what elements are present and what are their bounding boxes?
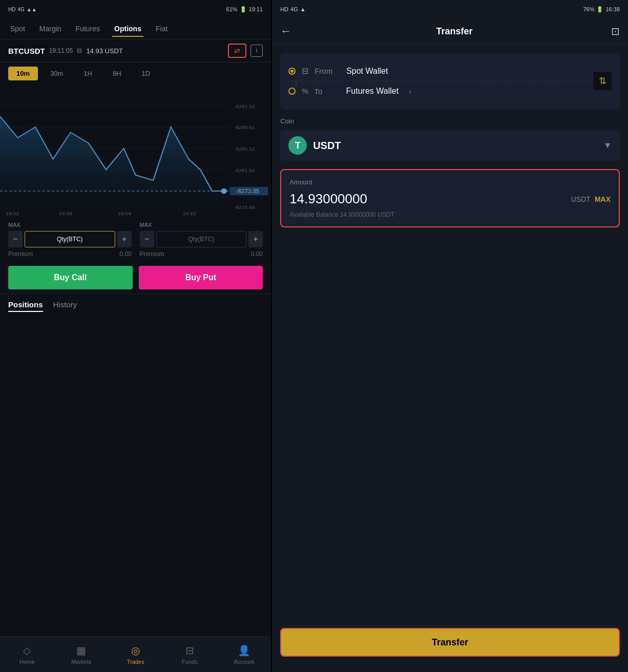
transfer-from-to-section: ⊟ From Spot Wallet % To Futures Wallet ›… [280, 53, 620, 109]
transfer-title: Transfer [298, 26, 611, 37]
svg-text:6285.12: 6285.12 [236, 146, 255, 151]
positions-section: Positions History [0, 293, 271, 315]
to-row: % To Futures Wallet › [288, 81, 612, 101]
qty-plus-left[interactable]: + [117, 231, 132, 247]
bottom-nav-home[interactable]: ◇ Home [0, 637, 54, 672]
order-section: MAX − + Premium 0.00 MAX − + Premium 0.0… [0, 218, 271, 262]
left-status-bar: HD 4G ▲▲ 61% 🔋 19:11 [0, 0, 271, 18]
svg-text:6281.64: 6281.64 [236, 167, 255, 173]
to-wallet-name: Futures Wallet [346, 87, 399, 96]
battery-percent: 61% [226, 6, 238, 12]
ticker-symbol: BTCUSDT [8, 47, 45, 55]
trades-icon: ◎ [131, 644, 140, 657]
tab-options[interactable]: Options [112, 20, 143, 37]
to-wallet-icon: % [302, 87, 308, 95]
max-button[interactable]: MAX [595, 195, 611, 203]
time-tab-1d[interactable]: 1D [134, 67, 159, 80]
qty-row-left: − + [8, 231, 132, 247]
svg-text:6278.15: 6278.15 [236, 189, 255, 194]
battery-icon: 🔋 [240, 6, 247, 13]
svg-text:6288.61: 6288.61 [236, 125, 255, 130]
svg-text:18:52: 18:52 [6, 211, 19, 216]
time-tab-1h[interactable]: 1H [75, 67, 100, 80]
chart-area: 6273.35 6292.10 6288.61 6285.12 6281.64 … [0, 85, 271, 218]
price-chart: 6273.35 6292.10 6288.61 6285.12 6281.64 … [0, 85, 271, 218]
right-status-right: 76% 🔋 16:38 [583, 6, 620, 13]
tab-margin[interactable]: Margin [37, 20, 64, 37]
to-label: To [315, 87, 340, 96]
amount-label: Amount [289, 178, 611, 186]
svg-text:19:10: 19:10 [183, 211, 196, 216]
left-status-right: 61% 🔋 19:11 [226, 6, 263, 13]
buy-put-button[interactable]: Buy Put [139, 266, 263, 289]
r-network-icon: HD [280, 6, 288, 12]
bottom-nav-funds[interactable]: ⊟ Funds [162, 637, 217, 672]
amount-currency: USDT [571, 195, 591, 203]
qty-minus-right[interactable]: − [140, 231, 154, 247]
from-row: ⊟ From Spot Wallet [288, 61, 612, 81]
coin-label: Coin [280, 117, 620, 125]
amount-value[interactable]: 14.93000000 [289, 191, 567, 207]
premium-value-right: 0.00 [251, 250, 263, 258]
svg-text:19:04: 19:04 [118, 211, 131, 216]
right-status-bar: HD 4G ▲ 76% 🔋 16:38 [272, 0, 628, 18]
svg-text:18:58: 18:58 [59, 211, 72, 216]
positions-tabs: Positions History [8, 298, 263, 311]
svg-text:6274.66: 6274.66 [236, 205, 255, 210]
info-button[interactable]: i [250, 45, 263, 57]
coin-selector[interactable]: T USDT ▼ [280, 130, 620, 161]
tab-history[interactable]: History [53, 298, 77, 311]
svg-marker-5 [0, 116, 224, 218]
to-radio[interactable] [288, 88, 296, 95]
action-buttons: Buy Call Buy Put [0, 262, 271, 293]
markets-icon: ▦ [76, 644, 86, 657]
funds-icon: ⊟ [185, 644, 194, 657]
swap-direction-button[interactable]: ⇅ [593, 72, 612, 90]
time-tab-30m[interactable]: 30m [42, 67, 71, 80]
ticker-price: 14.93 USDT [86, 47, 123, 55]
transfer-button-container: Transfer [272, 620, 628, 672]
max-label-right: MAX [140, 222, 263, 228]
qty-minus-left[interactable]: − [8, 231, 23, 247]
bottom-nav-trades[interactable]: ◎ Trades [109, 637, 163, 672]
premium-value-left: 0.00 [119, 250, 131, 258]
left-status-left: HD 4G ▲▲ [8, 7, 37, 12]
qty-row-right: − + [140, 231, 263, 247]
transfer-button[interactable]: Transfer [280, 628, 620, 657]
account-icon: 👤 [238, 644, 250, 657]
qty-input-right[interactable] [156, 231, 247, 247]
ticker-bar: BTCUSDT 19:11:05 ⊟ 14.93 USDT ⇄ i [0, 39, 271, 62]
r-clock: 16:38 [605, 6, 620, 12]
premium-row-left: Premium 0.00 [8, 250, 132, 258]
top-navigation: Spot Margin Futures Options Fiat [0, 18, 271, 39]
qty-plus-right[interactable]: + [248, 231, 263, 247]
signal-icon: 4G [17, 7, 24, 12]
buy-call-button[interactable]: Buy Call [8, 266, 133, 289]
tab-positions[interactable]: Positions [8, 298, 43, 311]
order-col-left: MAX − + Premium 0.00 [8, 222, 132, 258]
from-radio[interactable] [288, 68, 296, 75]
tab-spot[interactable]: Spot [8, 20, 27, 37]
from-wallet-icon: ⊟ [302, 66, 308, 76]
swap-button[interactable]: ⇄ [228, 44, 246, 58]
bottom-nav-account[interactable]: 👤 Account [217, 637, 271, 672]
dropdown-arrow-icon: ▼ [603, 141, 612, 150]
r-battery-icon: 🔋 [596, 6, 603, 13]
available-balance: Available Balance 14.93000000 USDT [289, 211, 611, 218]
bottom-nav-markets[interactable]: ▦ Markets [54, 637, 109, 672]
tab-futures[interactable]: Futures [74, 20, 102, 37]
time-tabs: 10m 30m 1H 8H 1D [0, 62, 271, 85]
to-arrow-icon[interactable]: › [409, 87, 411, 95]
tab-fiat[interactable]: Fiat [154, 20, 170, 37]
order-col-right: MAX − + Premium 0.00 [140, 222, 263, 258]
qty-input-left[interactable] [25, 231, 115, 247]
svg-text:6292.10: 6292.10 [236, 103, 255, 109]
svg-point-7 [221, 188, 227, 194]
time-tab-8h[interactable]: 8H [104, 67, 130, 80]
time-tab-10m[interactable]: 10m [8, 67, 38, 80]
r-battery-percent: 76% [583, 6, 594, 12]
home-icon: ◇ [23, 644, 31, 657]
back-button[interactable]: ← [280, 25, 291, 38]
max-label-left: MAX [8, 222, 132, 228]
menu-button[interactable]: ⊡ [611, 25, 620, 37]
